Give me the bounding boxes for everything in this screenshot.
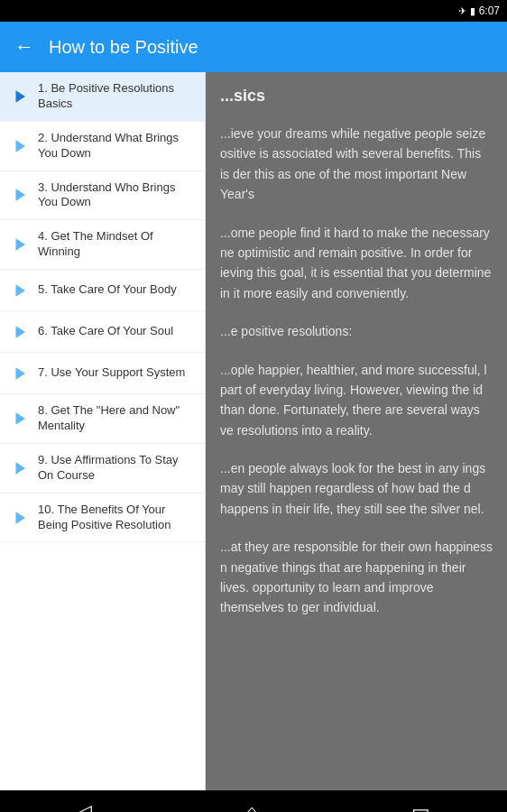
play-icon-9 <box>11 459 29 477</box>
sidebar-item-label-6: 6. Take Care Of Your Soul <box>38 324 173 339</box>
page-title: How to be Positive <box>49 37 198 58</box>
action-bar: ← How to be Positive <box>0 22 507 72</box>
status-icons: ✈ ▮ 6:07 <box>458 5 500 17</box>
sidebar-item-label-2: 2. Understand What Brings You Down <box>38 131 194 161</box>
sidebar-item-label-9: 9. Use Affirmations To Stay On Course <box>38 453 194 484</box>
svg-marker-4 <box>16 284 26 297</box>
svg-marker-3 <box>16 238 26 251</box>
svg-marker-1 <box>16 140 26 152</box>
sidebar-item-2[interactable]: 2. Understand What Brings You Down <box>0 122 205 171</box>
sidebar-item-6[interactable]: 6. Take Care Of Your Soul <box>0 311 205 353</box>
sidebar-item-label-4: 4. Get The Mindset Of Winning <box>38 229 194 260</box>
play-icon-7 <box>11 364 29 383</box>
sidebar-item-9[interactable]: 9. Use Affirmations To Stay On Course <box>0 444 205 494</box>
main-area: 1. Be Positive Resolutions Basics2. Unde… <box>0 72 507 790</box>
content-paragraph-4: ...ople happier, healthier, and more suc… <box>220 360 493 441</box>
play-icon-4 <box>11 235 29 254</box>
sidebar-item-label-8: 8. Get The "Here and Now" Mentality <box>38 403 194 434</box>
status-bar: ✈ ▮ 6:07 <box>0 0 507 22</box>
sidebar-item-label-10: 10. The Benefits Of Your Being Positive … <box>38 503 194 533</box>
play-icon-1 <box>11 88 29 106</box>
svg-marker-6 <box>16 367 26 380</box>
sidebar-item-7[interactable]: 7. Use Your Support System <box>0 353 205 394</box>
sidebar-item-label-3: 3. Understand Who Brings You Down <box>38 180 194 211</box>
sidebar-item-3[interactable]: 3. Understand Who Brings You Down <box>0 171 205 221</box>
play-icon-10 <box>11 509 29 527</box>
sidebar-item-4[interactable]: 4. Get The Mindset Of Winning <box>0 220 205 270</box>
nav-recent-button[interactable]: ▭ <box>411 800 430 812</box>
nav-back-button[interactable]: ◁ <box>77 800 92 812</box>
content-paragraph-6: ...at they are responsible for their own… <box>220 537 493 618</box>
battery-icon: ▮ <box>470 5 475 17</box>
svg-marker-7 <box>16 412 26 425</box>
svg-marker-8 <box>16 462 26 475</box>
sidebar-item-1[interactable]: 1. Be Positive Resolutions Basics <box>0 72 205 122</box>
status-time: 6:07 <box>479 5 500 17</box>
airplane-icon: ✈ <box>458 5 466 17</box>
play-icon-8 <box>11 410 29 428</box>
svg-marker-5 <box>16 326 26 338</box>
content-area: ...sics ...ieve your dreams while negati… <box>206 72 507 790</box>
content-paragraph-2: ...ome people find it hard to make the n… <box>220 223 493 304</box>
play-icon-6 <box>11 323 29 341</box>
content-paragraph-5: ...en people always look for the best in… <box>220 458 493 519</box>
content-paragraph-1: ...ieve your dreams while negative peopl… <box>220 124 493 205</box>
svg-marker-0 <box>16 90 26 103</box>
nav-bar: ◁ ⌂ ▭ <box>0 790 507 812</box>
play-icon-5 <box>11 281 29 300</box>
svg-marker-9 <box>16 512 26 524</box>
sidebar-item-10[interactable]: 10. The Benefits Of Your Being Positive … <box>0 494 205 543</box>
back-button[interactable]: ← <box>14 35 34 59</box>
sidebar-item-5[interactable]: 5. Take Care Of Your Body <box>0 270 205 311</box>
content-heading: ...sics <box>220 87 493 106</box>
content-paragraph-3: ...e positive resolutions: <box>220 321 493 341</box>
svg-marker-2 <box>16 189 26 202</box>
play-icon-3 <box>11 186 29 204</box>
sidebar-item-8[interactable]: 8. Get The "Here and Now" Mentality <box>0 394 205 444</box>
nav-home-button[interactable]: ⌂ <box>245 800 257 812</box>
content-section-heading: ...sics <box>220 87 493 106</box>
sidebar-item-label-1: 1. Be Positive Resolutions Basics <box>38 81 194 112</box>
sidebar: 1. Be Positive Resolutions Basics2. Unde… <box>0 72 206 790</box>
sidebar-item-label-7: 7. Use Your Support System <box>38 365 185 381</box>
sidebar-item-label-5: 5. Take Care Of Your Body <box>38 282 177 298</box>
play-icon-2 <box>11 137 29 155</box>
